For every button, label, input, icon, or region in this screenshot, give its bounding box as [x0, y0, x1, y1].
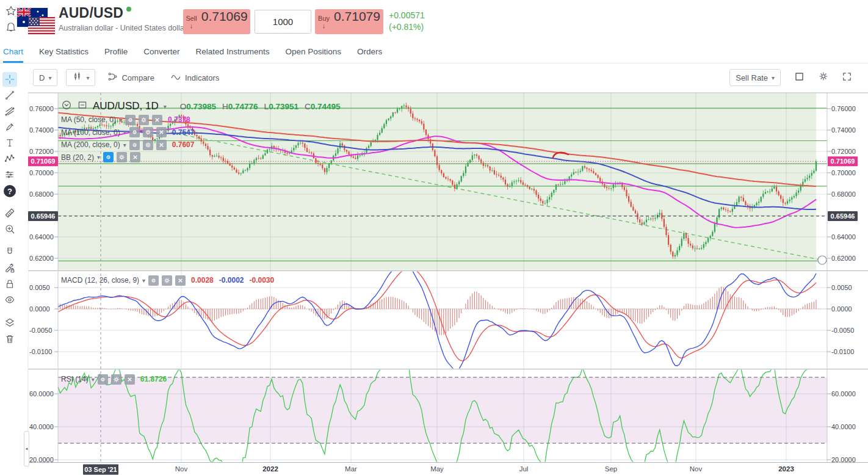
svg-text:60.0000: 60.0000 [831, 390, 856, 397]
trading-app: AUD/USD Australian dollar - United State… [0, 0, 868, 475]
svg-text:-0.0100: -0.0100 [831, 348, 854, 355]
tab-key-statistics[interactable]: Key Statistics [39, 40, 89, 63]
favorite-star-icon[interactable] [5, 5, 17, 17]
change-percent: (+0.81%) [389, 21, 425, 33]
gear-button[interactable] [139, 115, 149, 125]
svg-text:0.74000: 0.74000 [831, 126, 856, 134]
svg-text:20.0000: 20.0000 [29, 456, 54, 463]
text-tool[interactable] [2, 136, 17, 150]
indicator-value: 0.7607 [172, 140, 195, 149]
amount-input[interactable] [255, 10, 311, 34]
tab-related-instruments[interactable]: Related Instruments [196, 40, 270, 63]
svg-text:0.68000: 0.68000 [29, 190, 54, 198]
help-tool[interactable]: ? [4, 185, 16, 197]
eye-button[interactable] [103, 152, 114, 162]
minimize-legend-icon[interactable] [77, 100, 88, 113]
chevron-down-icon[interactable]: ▾ [123, 142, 126, 148]
eye-button[interactable] [125, 115, 136, 125]
tab-converter[interactable]: Converter [143, 40, 179, 63]
svg-text:2023: 2023 [778, 465, 794, 473]
tab-open-positions[interactable]: Open Positions [285, 40, 341, 63]
svg-text:0.62000: 0.62000 [831, 255, 856, 262]
ruler-tool[interactable] [2, 206, 17, 220]
ohlc-values: O0.73985H0.74776L0.73951C0.74495 [180, 102, 341, 111]
zoom-in-tool[interactable] [2, 222, 17, 236]
gear-button[interactable] [117, 152, 127, 162]
buy-button[interactable]: Buy ↓ 0.71079 [315, 9, 383, 34]
interval-dropdown[interactable]: D▾ [33, 69, 57, 86]
chevron-down-icon: ▾ [48, 74, 51, 81]
chart-toolbar: D▾ ▾ Compare Indicators Sell Rate▾ [0, 63, 868, 92]
eye-button[interactable] [148, 275, 159, 286]
chevron-down-icon[interactable]: ▾ [97, 154, 100, 161]
sell-price: 0.71069 [201, 9, 248, 24]
close-button[interactable] [125, 374, 135, 385]
svg-text:-0.0050: -0.0050 [831, 327, 854, 334]
alert-bell-icon[interactable] [5, 21, 17, 33]
snapshot-button[interactable] [794, 71, 805, 85]
close-button[interactable] [175, 275, 186, 286]
eye-button[interactable] [129, 127, 140, 137]
forecast-tool[interactable] [2, 167, 17, 182]
draw-lock-tool[interactable] [2, 261, 17, 275]
chevron-down-icon[interactable]: ▾ [92, 376, 95, 383]
tab-chart[interactable]: Chart [3, 40, 23, 63]
instrument-tabs: ChartKey StatisticsProfileConverterRelat… [0, 40, 868, 63]
svg-text:-0.0050: -0.0050 [29, 327, 52, 334]
gear-button[interactable] [143, 127, 153, 137]
pattern-tool[interactable] [2, 151, 17, 166]
sell-button[interactable]: Sell ↓ 0.71069 [183, 9, 250, 34]
close-button[interactable] [152, 115, 162, 125]
chevron-down-icon[interactable]: ▾ [119, 117, 122, 123]
macd-value: -0.0002 [219, 276, 244, 285]
panel-collapse-handle[interactable]: ◂ [24, 431, 29, 466]
indicator-row: MA (200, close, 0)▾0.7607 [61, 139, 341, 151]
chevron-down-icon: ▾ [86, 74, 89, 81]
svg-text:0.74000: 0.74000 [29, 126, 54, 134]
rate-side-dropdown[interactable]: Sell Rate▾ [729, 69, 781, 86]
chart-area: 0.760000.760000.740000.740000.720000.720… [0, 92, 868, 475]
chevron-down-icon[interactable]: ▾ [164, 103, 167, 110]
tab-profile[interactable]: Profile [104, 40, 128, 63]
trash-tool[interactable] [2, 332, 17, 346]
chevron-down-icon[interactable]: ▾ [142, 277, 145, 284]
eye-button[interactable] [129, 140, 140, 150]
eye-button[interactable] [98, 374, 108, 385]
gear-button[interactable] [111, 374, 121, 385]
collapse-legend-icon[interactable] [61, 100, 72, 113]
macd-legend: MACD (12, 26, close, 9) ▾ 0.0028-0.0002-… [61, 274, 274, 287]
gear-button[interactable] [143, 140, 153, 150]
ohlc-key: L [264, 102, 269, 111]
chevron-down-icon[interactable]: ▾ [123, 129, 126, 136]
chart-style-dropdown[interactable]: ▾ [66, 69, 95, 86]
sell-arrow-down-icon: ↓ [190, 22, 193, 29]
layers-tool[interactable] [2, 316, 17, 330]
close-button[interactable] [130, 152, 140, 162]
currency-flags [17, 7, 55, 35]
svg-text:0.65946: 0.65946 [31, 212, 56, 220]
close-button[interactable] [156, 127, 167, 137]
svg-text:0.76000: 0.76000 [29, 105, 54, 112]
brush-tool[interactable] [2, 120, 17, 134]
indicators-button[interactable]: Indicators [167, 71, 223, 84]
svg-text:May: May [430, 465, 444, 473]
svg-text:0.64000: 0.64000 [831, 233, 856, 241]
macd-label: MACD (12, 26, close, 9) [61, 276, 139, 285]
gann-tool[interactable] [2, 104, 17, 118]
crosshair-tool[interactable] [2, 72, 17, 87]
tab-orders[interactable]: Orders [357, 40, 382, 63]
close-button[interactable] [156, 140, 167, 150]
eye-tool-tool[interactable] [2, 292, 17, 307]
lock-tool[interactable] [2, 277, 17, 291]
svg-text:0.71069: 0.71069 [31, 158, 56, 165]
indicator-label: MA (100, close, 0) [61, 128, 120, 137]
magnet-tool[interactable] [2, 245, 17, 259]
svg-text:-0.0100: -0.0100 [29, 348, 52, 355]
trend-line-tool[interactable] [2, 88, 17, 103]
rsi-legend: RSI (14) ▾ 61.8726 [61, 373, 167, 386]
compare-button[interactable]: Compare [104, 71, 157, 84]
settings-gear-icon[interactable] [818, 71, 829, 84]
svg-text:60.0000: 60.0000 [29, 390, 54, 397]
gear-button[interactable] [162, 275, 172, 286]
fullscreen-icon[interactable] [842, 71, 852, 84]
